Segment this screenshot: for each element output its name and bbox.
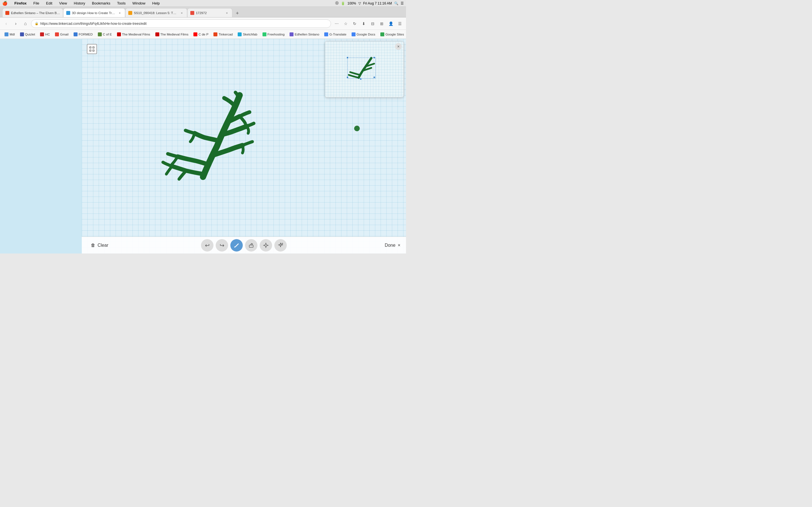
bookmark-cdep[interactable]: C de P [191, 31, 211, 38]
back-button[interactable]: ‹ [2, 20, 10, 27]
undo-button[interactable]: ↩ [201, 239, 213, 251]
bookmark-gtranslate[interactable]: G-Translate [322, 31, 349, 38]
menu-history[interactable]: History [73, 1, 86, 5]
bookmark-label-gsites: Google Sites [386, 33, 404, 36]
bookmark-star-button[interactable]: ☆ [342, 20, 350, 27]
menu-firefox[interactable]: Firefox [13, 1, 28, 5]
tab-ss10[interactable]: SS10_090418: Lesson 5: The C… × [125, 8, 187, 17]
menu-bookmarks[interactable]: Bookmarks [91, 1, 111, 5]
tab-close-2[interactable]: × [117, 11, 122, 15]
svg-rect-5 [347, 57, 348, 58]
draw-button[interactable] [231, 239, 243, 251]
bookmark-icon-gmail [55, 33, 59, 36]
new-tab-button[interactable]: + [234, 9, 241, 17]
bookmark-label-mf2: The Medieval Films [160, 33, 189, 36]
bookmark-label-freehosting: Freehosting [267, 33, 285, 36]
layout-button[interactable]: ⊞ [378, 20, 386, 27]
tab-favicon-4 [190, 11, 194, 15]
center-tool-buttons: ↩ ↪ [201, 239, 287, 251]
tab-title-4: 172972 [196, 11, 223, 15]
bookmark-icon-quizlet [20, 33, 24, 36]
shape-magic-button[interactable] [260, 239, 272, 251]
svg-point-10 [234, 246, 236, 247]
bookmarks-bar: Mdl Quizlet HC Gmail FORMED C of E The M… [0, 30, 406, 39]
menu-edit[interactable]: Edit [45, 1, 53, 5]
bookmark-sketchfab[interactable]: Sketchfab [236, 31, 259, 38]
reload-button[interactable]: ↻ [351, 20, 359, 27]
svg-rect-1 [93, 47, 94, 48]
more-options-button[interactable]: ⋯ [333, 20, 341, 27]
svg-rect-6 [373, 57, 375, 58]
m-icon: ⓪ [335, 1, 339, 6]
menu-window[interactable]: Window [132, 1, 147, 5]
tab-favicon-3 [128, 11, 132, 15]
search-icon[interactable]: 🔍 [394, 1, 398, 5]
menu-file[interactable]: File [32, 1, 40, 5]
apple-menu[interactable]: 🍎 [2, 1, 8, 6]
bookmark-hc[interactable]: HC [38, 31, 52, 38]
tinkercad-canvas[interactable]: × 🗑 Clear ↩ ↪ [82, 39, 406, 253]
bookmark-gmail[interactable]: Gmail [53, 31, 71, 38]
bookmark-formed[interactable]: FORMED [71, 31, 95, 38]
bookmark-icon-gdocs [352, 33, 356, 36]
tab-close-4[interactable]: × [225, 11, 229, 15]
account-button[interactable]: 👤 [387, 20, 395, 27]
clear-button[interactable]: 🗑 Clear [87, 240, 112, 250]
browser-toolbar: ‹ › ⌂ 🔒 https://www.tinkercad.com/things… [0, 17, 406, 30]
url-text: https://www.tinkercad.com/things/bFq4Ltk… [40, 22, 327, 25]
svg-rect-7 [347, 76, 348, 78]
control-center-icon[interactable]: ☰ [401, 1, 404, 5]
address-bar[interactable]: 🔒 https://www.tinkercad.com/things/bFq4L… [31, 19, 331, 28]
redo-button[interactable]: ↪ [216, 239, 228, 251]
clear-label: Clear [98, 243, 108, 248]
tab-favicon-1 [5, 11, 9, 15]
bookmark-label-cdep: C de P [199, 33, 208, 36]
svg-rect-9 [360, 78, 361, 80]
done-button[interactable]: Done × [385, 243, 400, 248]
mini-preview-close-button[interactable]: × [395, 43, 402, 50]
bookmark-medievalfilms1[interactable]: The Medieval Films [115, 31, 153, 38]
home-button[interactable]: ⌂ [21, 20, 29, 27]
fullscreen-button[interactable] [87, 44, 97, 54]
bookmark-icon-sketchfab [238, 33, 242, 36]
tab-close-3[interactable]: × [180, 11, 184, 15]
bookmark-icon-mdl [4, 33, 8, 36]
bookmark-label-sketchfab: Sketchfab [243, 33, 257, 36]
tab-edhellen[interactable]: Edhellen Sintano – The Elven B… [2, 8, 63, 17]
bookmark-icon-mf2 [155, 33, 159, 36]
bookmark-mdl[interactable]: Mdl [2, 31, 17, 38]
bookmark-icon-tinker2 [213, 33, 217, 36]
mini-preview-header: × [393, 41, 403, 52]
bookmark-label-hc: HC [45, 33, 50, 36]
reading-list-button[interactable]: ⊟ [369, 20, 377, 27]
menu-view[interactable]: View [58, 1, 68, 5]
tab-3ddesign[interactable]: 3D design How to Create Tree… × [63, 8, 125, 17]
download-button[interactable]: ⬇ [360, 20, 368, 27]
bookmark-label-tinker2: Tinkercad [218, 33, 233, 36]
bookmark-edhellen[interactable]: Edhellen Sintano [287, 31, 321, 38]
bookmark-label-gdocs: Google Docs [357, 33, 375, 36]
forward-button[interactable]: › [12, 20, 20, 27]
bookmark-cofe[interactable]: C of E [96, 31, 114, 38]
bookmark-freehosting[interactable]: Freehosting [260, 31, 287, 38]
menu-help[interactable]: Help [151, 1, 161, 5]
bookmark-label-mdl: Mdl [10, 33, 15, 36]
bookmark-icon-cofe [98, 33, 102, 36]
bookmark-medievalfilms2[interactable]: The Medieval Films [153, 31, 191, 38]
menu-tools[interactable]: Tools [116, 1, 126, 5]
battery-icon: 🔋 [341, 1, 345, 5]
bookmark-tinkercad2[interactable]: Tinkercad [211, 31, 235, 38]
ai-sparkle-button[interactable] [274, 239, 287, 251]
tree-object [152, 78, 271, 185]
done-close-icon: × [398, 243, 400, 248]
tab-172972[interactable]: 172972 × [187, 8, 232, 17]
bookmark-quizlet[interactable]: Quizlet [18, 31, 38, 38]
bookmark-gdocs[interactable]: Google Docs [349, 31, 377, 38]
hamburger-menu-button[interactable]: ☰ [396, 20, 404, 27]
bookmark-gsites[interactable]: Google Sites [378, 31, 406, 38]
eraser-button[interactable] [245, 239, 257, 251]
time-display: Fri Aug 7 11:16 AM [363, 1, 392, 5]
trash-icon: 🗑 [91, 243, 95, 248]
bookmark-icon-formed [73, 33, 78, 36]
bookmark-icon-mf1 [117, 33, 121, 36]
